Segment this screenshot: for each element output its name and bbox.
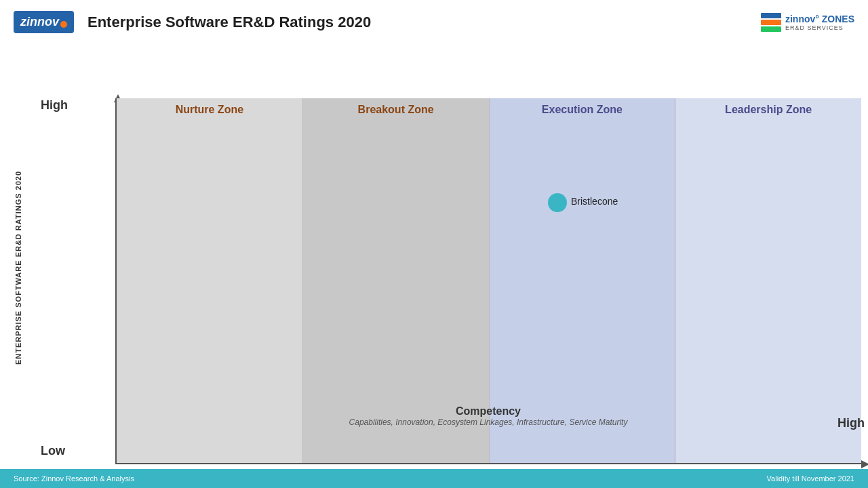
x-axis-arrow — [861, 460, 868, 468]
logo-dot — [60, 21, 67, 28]
logo-text: zinnov — [20, 15, 59, 29]
x-axis-high-label: High — [837, 416, 865, 430]
zinnov-zones-name: zinnov° ZONES — [785, 14, 854, 24]
nurture-zone-label: Nurture Zone — [117, 98, 302, 121]
footer-validity: Validity till November 2021 — [767, 474, 854, 483]
chart-container: ENTERPRISE SOFTWARE ER&D RATINGS 2020 Hi… — [0, 44, 868, 464]
bottom-label-area: Competency Capabilities, Innovation, Eco… — [115, 405, 861, 427]
leadership-zone-label: Leadership Zone — [675, 98, 861, 121]
zinnov-zones-text: zinnov° ZONES ER&D SERVICES — [785, 14, 854, 31]
enterprise-label: ENTERPRISE SOFTWARE ER&D RATINGS 2020 — [15, 171, 23, 365]
y-axis-low-label: Low — [41, 444, 65, 458]
footer: Source: Zinnov Research & Analysis Valid… — [0, 469, 868, 488]
zinnov-zones-sub: ER&D SERVICES — [785, 24, 844, 31]
competency-sub-label: Capabilities, Innovation, Ecosystem Link… — [115, 418, 861, 427]
zinnov-zones-logo: zinnov° ZONES ER&D SERVICES — [761, 13, 854, 32]
footer-source: Source: Zinnov Research & Analysis — [14, 474, 134, 483]
color-bar-blue — [761, 13, 781, 18]
competency-label: Competency — [115, 405, 861, 418]
y-axis-high-label: High — [41, 98, 68, 113]
logo-area: zinnov Enterprise Software ER&D Ratings … — [14, 11, 371, 33]
color-bar-orange — [761, 20, 781, 25]
enterprise-label-area: ENTERPRISE SOFTWARE ER&D RATINGS 2020 — [0, 98, 37, 437]
page-title: Enterprise Software ER&D Ratings 2020 — [87, 14, 371, 31]
bristlecone-label: Bristlecone — [571, 196, 618, 207]
execution-zone-label: Execution Zone — [490, 98, 675, 121]
bristlecone-dot — [548, 193, 567, 212]
zinnov-zones-colors — [761, 13, 781, 32]
header: zinnov Enterprise Software ER&D Ratings … — [0, 0, 868, 44]
zinnov-zones-box: zinnov° ZONES ER&D SERVICES — [761, 13, 854, 32]
color-bar-green — [761, 26, 781, 32]
zinnov-logo: zinnov — [14, 11, 74, 33]
breakout-zone-label: Breakout Zone — [303, 98, 489, 121]
